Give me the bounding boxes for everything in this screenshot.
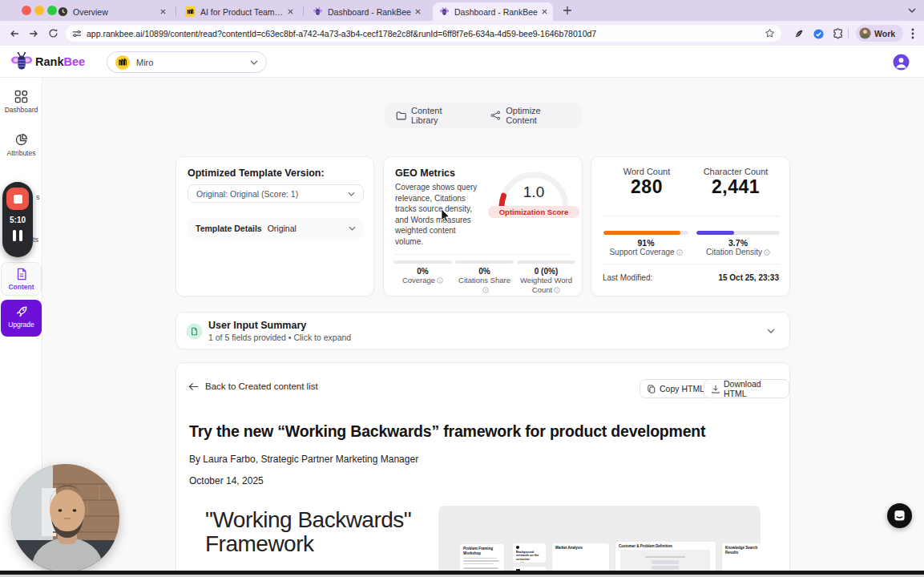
tab-title: Overview (73, 7, 159, 17)
chat-launcher-button[interactable] (887, 503, 912, 528)
user-avatar[interactable] (893, 54, 910, 71)
template-details-toggle[interactable]: Template Details Original (188, 218, 364, 238)
template-version-card: Optimized Template Version: Original: Or… (176, 156, 374, 297)
pause-icon (19, 230, 22, 241)
stats-card: Word Count 280 Character Count 2,441 91%… (591, 156, 790, 297)
folder-icon (396, 111, 406, 120)
download-icon (712, 385, 720, 393)
bookmark-star-icon[interactable] (765, 28, 775, 38)
chevron-down-icon (250, 60, 258, 65)
window-minimize-button[interactable] (34, 6, 44, 15)
bee-favicon (313, 6, 323, 17)
sidebar-item-attributes[interactable]: Attributes (0, 133, 42, 157)
browser-tab[interactable]: Overview (51, 2, 171, 21)
details-label: Template Details (196, 224, 262, 233)
card-title: GEO Metrics (395, 167, 455, 179)
preview-card-title: Background research on the customer prob… (516, 551, 543, 563)
tab-optimize-content[interactable]: Optimize Content (479, 103, 582, 128)
webcam-overlay (11, 464, 119, 572)
support-coverage-bar (603, 231, 688, 235)
tab-label: Optimize Content (506, 106, 571, 125)
extensions-puzzle-icon[interactable] (831, 26, 845, 41)
info-icon[interactable] (482, 287, 489, 293)
metric-bar (455, 260, 514, 264)
tab-close-icon[interactable] (287, 8, 294, 15)
tab-close-icon[interactable] (541, 8, 548, 15)
preview-card-title: Market Analysis (555, 546, 606, 551)
character-count-value: 2,441 (691, 176, 781, 198)
citation-density-block: 3.7% Citation Density (696, 238, 780, 258)
profile-avatar (859, 27, 871, 39)
metric-label: Coverage (393, 276, 452, 285)
article-date: October 14, 2025 (189, 475, 264, 486)
recorder-stop-button[interactable] (6, 188, 29, 210)
article-title: Try the new “Working Backwards” framewor… (189, 422, 766, 441)
sidebar-item-label: Content (2, 283, 41, 291)
profile-chip[interactable]: Work (856, 25, 903, 42)
metric-label: Citations Share (455, 276, 514, 295)
sidebar-item-dashboard[interactable]: Dashboard (0, 90, 42, 114)
rocket-icon (1, 305, 42, 318)
metric-value: 0 (0%) (517, 267, 575, 276)
back-label: Back to Created content list (205, 381, 318, 391)
recorder-pause-button[interactable] (2, 230, 33, 241)
citation-density-fill (696, 231, 734, 235)
info-icon[interactable] (764, 249, 770, 256)
tab-title: Dashboard - RankBee (454, 7, 541, 17)
hero-heading: "Working Backwards" Framework (205, 508, 438, 556)
workspace-name: Miro (136, 58, 250, 67)
info-icon[interactable] (554, 287, 560, 293)
card-title: Optimized Template Version: (188, 167, 325, 179)
window-close-button[interactable] (22, 6, 31, 15)
summary-doc-icon (186, 323, 203, 340)
last-modified-label: Last Modified: (603, 273, 652, 282)
arrow-left-icon (188, 382, 199, 391)
sidebar-item-content[interactable]: Content (1, 262, 42, 296)
tab-close-icon[interactable] (159, 8, 167, 15)
sidebar-item-upgrade[interactable]: Upgrade (1, 300, 42, 337)
user-input-summary[interactable]: User Input Summary 1 of 5 fields provide… (176, 312, 790, 349)
citation-density-value: 3.7% (696, 238, 780, 248)
extension-badge-icon[interactable] (811, 26, 825, 41)
optimization-gauge: 1.0 (495, 168, 572, 208)
stop-icon (14, 195, 22, 204)
recorder-timer: 5:10 (2, 216, 33, 224)
back-link[interactable]: Back to Created content list (188, 381, 318, 391)
download-html-label: Download HTML (724, 379, 781, 398)
copy-html-button[interactable]: Copy HTML (640, 379, 712, 398)
address-bar[interactable]: app.rankbee.ai/10899/content/read?conten… (66, 25, 781, 42)
workspace-select[interactable]: Miro (107, 51, 267, 73)
tab-title: Dashboard - RankBee (328, 7, 414, 17)
browser-tab-active[interactable]: Dashboard - RankBee (433, 2, 553, 21)
geo-metric-citations: 0% Citations Share (455, 260, 514, 295)
browser-tab[interactable]: AI for Product Teams | Conne (179, 2, 299, 21)
tab-content-library[interactable]: Content Library (385, 103, 479, 128)
citation-density-label: Citation Density (696, 248, 780, 258)
preview-card: Background research on the customer prob… (513, 543, 546, 563)
reload-button[interactable] (43, 28, 63, 38)
browser-tab[interactable]: Dashboard - RankBee (306, 2, 426, 21)
browser-menu-icon[interactable] (906, 26, 919, 41)
screen-recorder-widget[interactable]: 5:10 (2, 182, 33, 257)
extension-quill-icon[interactable] (792, 26, 806, 41)
document-icon (2, 268, 41, 280)
tab-separator (176, 6, 176, 16)
info-icon[interactable] (437, 277, 443, 284)
new-tab-button[interactable] (561, 4, 574, 17)
site-info-icon[interactable] (72, 29, 82, 38)
last-modified-value: 15 Oct 25, 23:33 (718, 273, 779, 282)
preview-card-title: Knowledge Search Results (725, 546, 761, 555)
tab-title: AI for Product Teams | Conne (200, 7, 287, 17)
forward-button[interactable] (24, 28, 43, 39)
back-button[interactable] (5, 28, 24, 39)
article-byline: By Laura Farbo, Strategic Partner Market… (189, 454, 418, 465)
browser-tab-strip: Overview AI for Product Teams | Conne Da… (0, 0, 924, 21)
profile-label: Work (874, 29, 895, 38)
info-icon[interactable] (676, 249, 683, 256)
tab-search-chevron-icon[interactable] (906, 4, 918, 17)
template-version-select[interactable]: Original: Original (Score: 1) (188, 184, 364, 203)
tab-close-icon[interactable] (414, 8, 422, 15)
download-html-button[interactable]: Download HTML (704, 379, 789, 398)
metric-label: Weighted Word Count (517, 276, 575, 295)
url-text: app.rankbee.ai/10899/content/read?conten… (87, 29, 765, 38)
